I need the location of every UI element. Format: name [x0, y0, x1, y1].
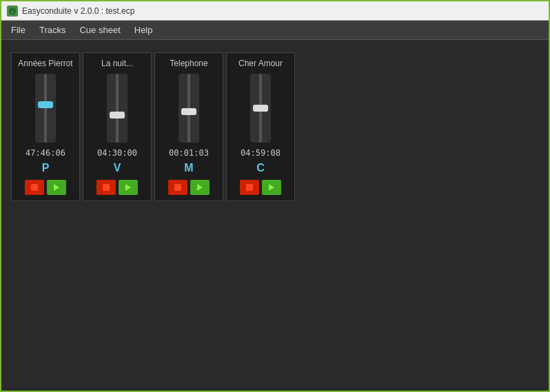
- main-content: Années Pierrot 47:46:06 P La nuit...: [1, 40, 549, 392]
- track-card-1: La nuit... 04:30:00 V: [83, 52, 152, 201]
- track-time-0: 47:46:06: [26, 148, 65, 158]
- title-bar: ♪ Easyconduite v 2.0.0 : test.ecp: [1, 1, 549, 21]
- stop-icon-2: [174, 184, 181, 191]
- stop-button-2[interactable]: [168, 180, 187, 195]
- track-name-3: Cher Amour: [230, 59, 292, 68]
- play-button-1[interactable]: [119, 180, 138, 195]
- stop-icon-1: [103, 184, 110, 191]
- track-controls-2: [168, 180, 210, 195]
- slider-track-1: [116, 74, 119, 143]
- menu-tracks[interactable]: Tracks: [32, 22, 73, 38]
- track-controls-1: [96, 180, 138, 195]
- play-button-0[interactable]: [47, 180, 66, 195]
- slider-track-0: [44, 74, 47, 143]
- track-card-2: Telephone 00:01:03 M: [154, 52, 223, 201]
- play-button-3[interactable]: [262, 180, 281, 195]
- stop-button-0[interactable]: [25, 180, 44, 195]
- window-title: Easyconduite v 2.0.0 : test.ecp: [22, 6, 134, 16]
- track-name-2: Telephone: [158, 59, 220, 68]
- slider-container-3[interactable]: [250, 74, 271, 143]
- slider-thumb-3[interactable]: [253, 105, 268, 112]
- play-icon-0: [54, 184, 59, 191]
- svg-text:♪: ♪: [11, 9, 14, 14]
- track-controls-3: [240, 180, 281, 195]
- play-icon-2: [197, 184, 203, 191]
- slider-container-1[interactable]: [107, 74, 128, 143]
- menu-help[interactable]: Help: [128, 22, 160, 38]
- track-name-1: La nuit...: [86, 59, 148, 68]
- track-card-3: Cher Amour 04:59:08 C: [226, 52, 295, 201]
- menu-file[interactable]: File: [4, 22, 32, 38]
- track-name-0: Années Pierrot: [14, 59, 77, 68]
- track-time-3: 04:59:08: [241, 148, 281, 158]
- menu-bar: File Tracks Cue sheet Help: [1, 21, 549, 40]
- play-button-2[interactable]: [190, 180, 210, 195]
- stop-button-3[interactable]: [240, 180, 259, 195]
- track-letter-1: V: [114, 162, 121, 174]
- track-letter-2: M: [184, 162, 193, 174]
- tracks-container: Années Pierrot 47:46:06 P La nuit...: [8, 47, 542, 207]
- track-time-2: 00:01:03: [169, 148, 209, 158]
- play-icon-3: [269, 184, 274, 191]
- stop-button-1[interactable]: [96, 180, 116, 195]
- app-window: ♪ Easyconduite v 2.0.0 : test.ecp File T…: [0, 0, 550, 392]
- slider-container-0[interactable]: [35, 74, 56, 143]
- track-letter-3: C: [256, 162, 265, 174]
- menu-cuesheet[interactable]: Cue sheet: [72, 22, 127, 38]
- slider-thumb-0[interactable]: [38, 101, 53, 108]
- track-letter-0: P: [42, 162, 50, 174]
- track-card-0: Années Pierrot 47:46:06 P: [11, 52, 80, 201]
- slider-thumb-2[interactable]: [181, 108, 196, 115]
- slider-thumb-1[interactable]: [110, 112, 125, 118]
- track-controls-0: [25, 180, 66, 195]
- track-time-1: 04:30:00: [97, 148, 137, 158]
- play-icon-1: [125, 184, 131, 191]
- app-icon: ♪: [7, 6, 18, 17]
- stop-icon-3: [246, 184, 253, 191]
- stop-icon-0: [31, 184, 38, 191]
- slider-container-2[interactable]: [179, 74, 199, 143]
